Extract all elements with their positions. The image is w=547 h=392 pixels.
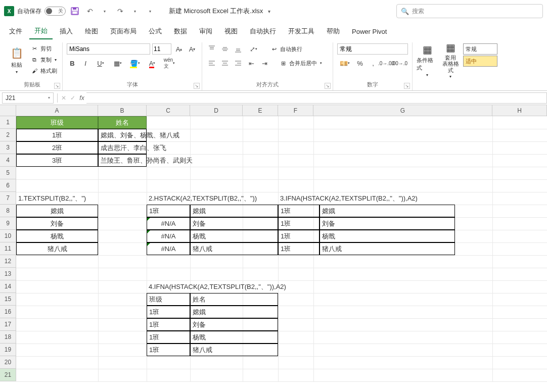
paste-button[interactable]: 📋 粘贴 ▾ [6,43,27,77]
cell[interactable]: 班级 [16,116,98,129]
redo-button[interactable]: ↷ [114,5,126,17]
number-launcher[interactable]: ↘ [404,83,410,89]
accounting-format-button[interactable]: 💴▾ [337,58,352,69]
cell[interactable]: 1班 [147,306,190,318]
tab-自动执行[interactable]: 自动执行 [245,24,281,39]
cell[interactable]: 嫦娥 [16,205,98,217]
undo-button[interactable]: ↶ [84,5,96,17]
cell[interactable] [278,230,313,242]
decrease-font-button[interactable]: A▾ [187,43,198,55]
cell[interactable]: 2班 [16,141,98,154]
row-header-15[interactable]: 15 [0,293,16,306]
align-top-button[interactable] [206,43,217,55]
cell[interactable]: 嫦娥 [320,205,455,217]
formula-input[interactable] [86,92,547,104]
cell[interactable]: 杨戬 [190,230,278,242]
cell[interactable]: 成吉思汗、李白、张飞 [98,141,147,154]
col-header-C[interactable]: C [147,105,190,116]
row-header-17[interactable]: 17 [0,318,16,331]
autosave-toggle[interactable]: 关 [44,7,66,16]
decrease-decimal-button[interactable]: .00→.0 [394,58,405,69]
row-header-5[interactable]: 5 [0,167,16,179]
conditional-format-button[interactable]: ▦ 条件格式 ▾ [417,43,438,77]
align-middle-button[interactable] [219,43,231,55]
cell-style-neutral[interactable]: 适中 [463,56,497,67]
percent-button[interactable]: % [354,58,366,69]
col-header-H[interactable]: H [492,105,547,116]
tab-开始[interactable]: 开始 [29,23,53,39]
row-header-9[interactable]: 9 [0,217,16,230]
cell-style-normal[interactable]: 常规 [463,43,497,55]
cell[interactable]: 1.TEXTSPLIT(B2,,"、") [16,192,98,205]
decrease-indent-button[interactable]: ⇤ [246,58,257,69]
cell[interactable]: 1班 [147,205,190,217]
row-header-10[interactable]: 10 [0,230,16,242]
cell[interactable] [278,242,313,255]
align-bottom-button[interactable] [233,43,244,55]
cell[interactable]: 班级 [147,293,190,306]
increase-decimal-button[interactable]: .0→.00 [381,58,392,69]
cell[interactable]: 杨戬 [320,230,455,242]
bold-button[interactable]: B [67,58,78,69]
tab-公式[interactable]: 公式 [144,24,167,39]
document-dropdown[interactable]: ▾ [268,9,270,14]
col-header-B[interactable]: B [98,105,147,116]
cut-button[interactable]: ✂剪切 [29,43,58,54]
row-header-13[interactable]: 13 [0,268,16,280]
row-header-4[interactable]: 4 [0,154,16,167]
cell[interactable]: 刘备 [320,217,455,230]
tab-帮助[interactable]: 帮助 [322,24,345,39]
cell[interactable]: 嫦娥 [190,306,278,318]
font-family-select[interactable] [67,43,150,55]
font-launcher[interactable]: ↘ [194,83,200,89]
name-box[interactable]: J21▾ [2,92,54,104]
cell[interactable]: 3.IFNA(HSTACK(A2,TEXTSPLIT(B2,,"、")),A2) [278,192,313,205]
cell[interactable]: 姓名 [98,116,147,129]
fill-color-button[interactable]: 🪣▾ [127,58,143,69]
underline-button[interactable]: U▾ [93,58,108,69]
row-header-18[interactable]: 18 [0,331,16,344]
row-header-16[interactable]: 16 [0,306,16,318]
row-header-2[interactable]: 2 [0,129,16,141]
cell[interactable]: 猪八戒 [190,242,278,255]
row-header-19[interactable]: 19 [0,344,16,356]
cell[interactable]: 1班 [147,344,190,356]
row-header-21[interactable]: 21 [0,369,16,381]
tab-插入[interactable]: 插入 [55,24,78,39]
italic-button[interactable]: I [80,58,91,69]
row-header-3[interactable]: 3 [0,141,16,154]
cell[interactable] [278,217,313,230]
row-header-6[interactable]: 6 [0,179,16,192]
copy-button[interactable]: ⧉复制▾ [29,55,58,65]
phonetic-button[interactable]: wén文▾ [162,58,177,69]
row-header-7[interactable]: 7 [0,192,16,205]
insert-function-button[interactable]: fx [77,93,86,103]
alignment-launcher[interactable]: ↘ [325,83,331,89]
col-header-G[interactable]: G [313,105,492,116]
cancel-formula-button[interactable]: ✕ [59,93,68,103]
row-header-11[interactable]: 11 [0,242,16,255]
cell[interactable]: #N/A [147,230,190,242]
col-header-A[interactable]: A [16,105,98,116]
qat-customize[interactable]: ▾ [145,5,157,17]
cell[interactable]: 1班 [147,331,190,344]
font-size-select[interactable] [152,43,171,55]
cell[interactable]: 猪八戒 [320,242,455,255]
cell[interactable]: 兰陵王、鲁班、孙尚香、武则天 [98,154,147,167]
tab-页面布局[interactable]: 页面布局 [105,24,142,39]
cell[interactable]: 嫦娥、刘备、杨戬、猪八戒 [98,129,147,141]
cell[interactable]: #N/A [147,242,190,255]
cell[interactable]: 姓名 [190,293,278,306]
confirm-formula-button[interactable]: ✓ [68,93,77,103]
font-color-button[interactable]: A▾ [145,58,160,69]
row-header-1[interactable]: 1 [0,116,16,129]
cell[interactable]: 刘备 [190,217,278,230]
select-all-corner[interactable] [0,105,16,116]
cells-area[interactable]: 班级姓名1班嫦娥、刘备、杨戬、猪八戒2班成吉思汗、李白、张飞3班兰陵王、鲁班、孙… [16,116,547,381]
row-header-20[interactable]: 20 [0,356,16,369]
cell[interactable]: 4.IFNA(HSTACK(A2,TEXTSPLIT(B2,,"、")),A2) [147,280,190,293]
cell[interactable]: 3班 [16,154,98,167]
align-center-button[interactable] [219,58,231,69]
tab-文件[interactable]: 文件 [4,24,27,39]
align-right-button[interactable] [233,58,244,69]
